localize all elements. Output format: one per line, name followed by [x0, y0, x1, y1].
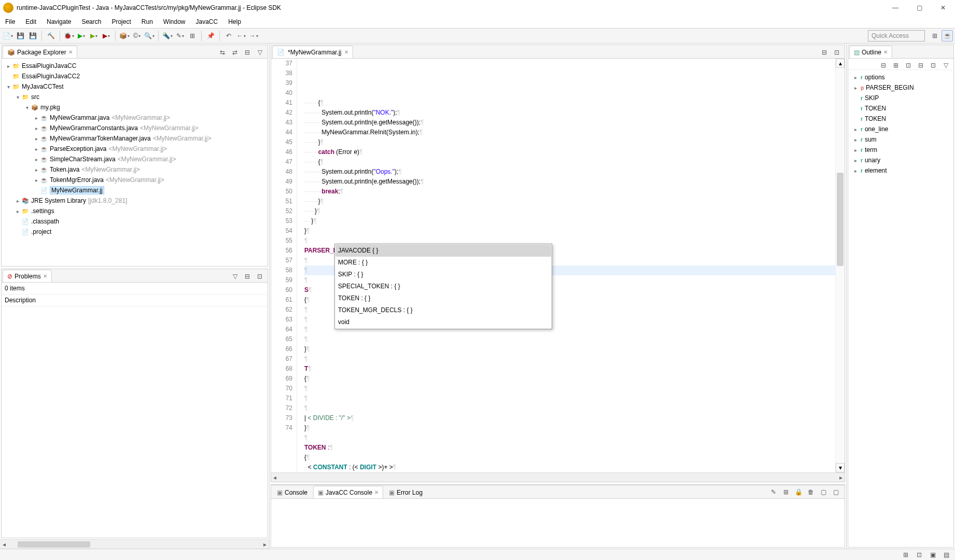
outline-tab[interactable]: ▤ Outline ✕: [849, 46, 892, 58]
completion-item[interactable]: SKIP : { }: [335, 269, 551, 281]
editor-horizontal-scrollbar[interactable]: ◂ ▸: [271, 472, 845, 482]
outline-item[interactable]: rSKIP: [849, 93, 952, 103]
completion-item[interactable]: TOKEN : { }: [335, 292, 551, 304]
status-icon[interactable]: ⊡: [914, 549, 925, 561]
tree-item[interactable]: 📄.classpath: [3, 216, 266, 227]
outline-item[interactable]: rTOKEN: [849, 103, 952, 114]
code-line[interactable]: ····}¶: [304, 216, 845, 226]
code-line[interactable]: ········catch (Error e)¶: [304, 147, 845, 157]
display-button[interactable]: ⊞: [780, 486, 792, 498]
clear-console-button[interactable]: 🗑: [805, 486, 817, 498]
outline-item[interactable]: ▸runary: [849, 155, 952, 165]
menu-file[interactable]: File: [0, 16, 20, 28]
code-line[interactable]: ········}¶: [304, 197, 845, 206]
save-all-button[interactable]: 💾: [27, 30, 38, 41]
menu-navigate[interactable]: Navigate: [41, 16, 76, 28]
completion-item[interactable]: MORE : { }: [335, 257, 551, 269]
problems-column-description[interactable]: Description: [2, 295, 268, 306]
content-assist-popup[interactable]: JAVACODE { }MORE : { }SKIP : { }SPECIAL_…: [334, 244, 552, 329]
code-line[interactable]: ········{¶: [304, 157, 845, 167]
menu-edit[interactable]: Edit: [20, 16, 41, 28]
code-line[interactable]: ········}¶: [304, 137, 845, 147]
tree-item[interactable]: ▸☕Token.java<MyNewGrammar.jj>: [3, 164, 266, 175]
expand-icon[interactable]: ▾: [5, 84, 12, 90]
scroll-left-icon[interactable]: ◂: [271, 474, 278, 481]
tree-item[interactable]: ▾📁MyJavaCCTest: [3, 81, 266, 92]
scroll-thumb[interactable]: [18, 541, 90, 548]
open-console-button[interactable]: ▢: [830, 486, 841, 498]
outline-item[interactable]: ▸relement: [849, 165, 952, 176]
build-button[interactable]: 🔨: [45, 30, 57, 41]
tree-item[interactable]: ▾📁src: [3, 92, 266, 102]
scroll-left-icon[interactable]: ◂: [0, 541, 8, 548]
editor-tab[interactable]: 📄 *MyNewGrammar.jj ✕: [272, 46, 353, 58]
expand-icon[interactable]: ▸: [852, 75, 859, 80]
tree-item[interactable]: ▸📚JRE System Library[jdk1.8.0_281]: [3, 195, 266, 206]
code-line[interactable]: ······}¶: [304, 206, 845, 216]
new-button[interactable]: 📄: [2, 30, 13, 41]
console-body[interactable]: [271, 498, 845, 547]
expand-icon[interactable]: ▸: [14, 208, 21, 214]
run-button[interactable]: ▶: [76, 30, 87, 41]
open-perspective-button[interactable]: ⊞: [929, 30, 940, 41]
tree-item[interactable]: ▸☕MyNewGrammarTokenManager.java<MyNewGra…: [3, 133, 266, 144]
open-type-button[interactable]: 🔍: [144, 30, 155, 41]
expand-icon[interactable]: ▸: [852, 85, 859, 91]
expand-icon[interactable]: ▸: [33, 125, 40, 131]
tree-item[interactable]: ▸☕ParseException.java<MyNewGrammar.jj>: [3, 144, 266, 154]
code-line[interactable]: }¶: [304, 226, 845, 236]
close-icon[interactable]: ✕: [883, 49, 888, 55]
view-menu-button[interactable]: ▽: [229, 271, 241, 282]
code-line[interactable]: TOKEN :¶: [304, 443, 845, 453]
toggle-mark-button[interactable]: ⊞: [187, 30, 198, 41]
status-icon[interactable]: ⊞: [900, 549, 911, 561]
tree-item[interactable]: ▸☕TokenMgrError.java<MyNewGrammar.jj>: [3, 175, 266, 185]
back-button[interactable]: ←: [235, 30, 247, 41]
code-line[interactable]: }¶: [304, 344, 845, 354]
status-icon[interactable]: ▤: [940, 549, 952, 561]
minimize-icon[interactable]: ⊟: [819, 47, 830, 58]
pin-console-button[interactable]: ✎: [768, 486, 779, 498]
expand-icon[interactable]: ▸: [852, 147, 859, 153]
tree-item[interactable]: ▸📁.settings: [3, 206, 266, 216]
bottom-tab[interactable]: ▣Error Log: [384, 486, 427, 498]
scroll-right-icon[interactable]: ▸: [837, 474, 845, 481]
maximize-icon[interactable]: ⊡: [254, 271, 265, 282]
close-icon[interactable]: ✕: [68, 49, 73, 55]
menu-search[interactable]: Search: [76, 16, 106, 28]
expand-icon[interactable]: ▸: [33, 146, 40, 152]
code-line[interactable]: ¶: [304, 384, 845, 394]
tree-item[interactable]: 📁EssaiPluginJavaCC2: [3, 71, 266, 81]
bottom-tab[interactable]: ▣Console: [272, 486, 312, 498]
tree-item[interactable]: ▸☕SimpleCharStream.java<MyNewGrammar.jj>: [3, 154, 266, 164]
show-console-button[interactable]: ▢: [818, 486, 829, 498]
scroll-right-icon[interactable]: ▸: [261, 541, 269, 548]
tree-item[interactable]: ▸📁EssaiPluginJavaCC: [3, 61, 266, 71]
focus-button[interactable]: ⊟: [242, 47, 253, 58]
last-edit-button[interactable]: ↶: [223, 30, 234, 41]
filter-button[interactable]: ⊡: [928, 60, 939, 71]
completion-item[interactable]: SPECIAL_TOKEN : { }: [335, 281, 551, 292]
editor-body[interactable]: 3738394041424344454647484950515253545556…: [271, 59, 845, 472]
left-horizontal-scrollbar[interactable]: ◂ ▸: [0, 539, 269, 549]
outline-item[interactable]: ▸pPARSER_BEGIN: [849, 82, 952, 93]
pin-editor-button[interactable]: 📌: [205, 30, 216, 41]
menu-help[interactable]: Help: [223, 16, 246, 28]
debug-button[interactable]: 🐞: [63, 30, 75, 41]
forward-button[interactable]: →: [248, 30, 259, 41]
scroll-thumb[interactable]: [837, 173, 844, 266]
scroll-down-icon[interactable]: ▾: [836, 463, 845, 472]
minimize-icon[interactable]: ⊟: [242, 271, 253, 282]
expand-icon[interactable]: ▸: [852, 158, 859, 163]
menu-window[interactable]: Window: [158, 16, 191, 28]
folding-gutter[interactable]: [297, 59, 304, 472]
tree-item[interactable]: ▸☕MyNewGrammar.java<MyNewGrammar.jj>: [3, 113, 266, 123]
maximize-button[interactable]: ▢: [907, 0, 931, 16]
completion-item[interactable]: JAVACODE { }: [335, 245, 551, 257]
outline-item[interactable]: ▸rsum: [849, 134, 952, 145]
minimize-button[interactable]: —: [883, 0, 907, 16]
code-line[interactable]: ··········System.out.println("Oops.");¶: [304, 167, 845, 177]
view-menu-button[interactable]: ▽: [254, 47, 265, 58]
outline-body[interactable]: ▸roptions▸pPARSER_BEGINrSKIPrTOKENrTOKEN…: [848, 70, 953, 547]
view-menu-button[interactable]: ▽: [940, 60, 951, 71]
